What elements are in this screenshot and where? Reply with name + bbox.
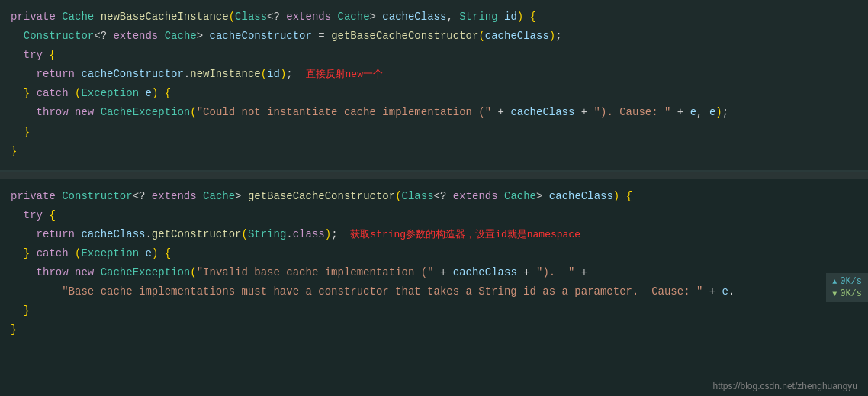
line-8: } (0, 142, 868, 161)
network-download: 0K/s (832, 288, 862, 299)
network-upload: 0K/s (832, 276, 862, 287)
network-widget: 0K/s 0K/s (826, 273, 868, 302)
line-b4: } catch (Exception e) { (0, 244, 868, 263)
line-b6: "Base cache implementations must have a … (0, 282, 868, 301)
download-speed: 0K/s (840, 288, 862, 299)
code-block-1: private Cache newBaseCacheInstance(Class… (0, 0, 868, 172)
annotation-1: 直接反射new一个 (306, 69, 383, 80)
upload-icon (832, 276, 837, 287)
line-b5: throw new CacheException("Invalid base c… (0, 263, 868, 282)
line-2: Constructor<? extends Cache> cacheConstr… (0, 27, 868, 46)
line-b8: } (0, 320, 868, 340)
line-b3: return cacheClass.getConstructor(String.… (0, 225, 868, 244)
line-1: private Cache newBaseCacheInstance(Class… (0, 8, 868, 27)
annotation-2: 获取string参数的构造器，设置id就是namespace (350, 229, 580, 240)
code-separator (0, 172, 868, 179)
line-b7: } (0, 301, 868, 320)
line-7: } (0, 123, 868, 142)
line-5: } catch (Exception e) { (0, 84, 868, 103)
line-6: throw new CacheException("Could not inst… (0, 103, 868, 122)
code-block-2: 0K/s 0K/s private Constructor<? extends … (0, 179, 868, 396)
upload-speed: 0K/s (840, 276, 862, 287)
line-b1: private Constructor<? extends Cache> get… (0, 187, 868, 206)
footer-url: https://blog.csdn.net/zhenghuangyu (713, 381, 857, 391)
line-3: try { (0, 46, 868, 65)
download-icon (832, 288, 837, 299)
editor: private Cache newBaseCacheInstance(Class… (0, 0, 868, 396)
line-b2: try { (0, 206, 868, 225)
line-4: return cacheConstructor.newInstance(id);… (0, 65, 868, 84)
